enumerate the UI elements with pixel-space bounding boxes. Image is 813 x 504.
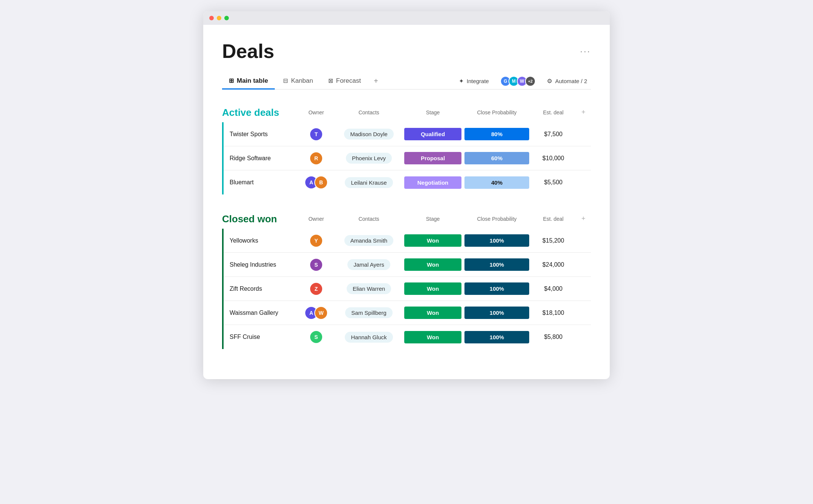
integration-avatars: G M W +2 [500, 76, 536, 87]
stage-badge: Won [404, 282, 461, 295]
deal-name: Zift Records [224, 281, 297, 297]
won-add-col-button[interactable]: + [576, 215, 591, 223]
contact-badge: Elian Warren [347, 283, 391, 294]
probability-cell: 100% [463, 234, 531, 247]
probability-badge: 80% [464, 128, 529, 140]
contact-cell: Phoenix Levy [335, 153, 403, 164]
tab-main-table-label: Main table [237, 77, 268, 85]
active-stage-col-header: Stage [403, 107, 463, 118]
integrate-icon: ✦ [459, 77, 464, 85]
avatar: T [309, 128, 323, 141]
contact-cell: Jamal Ayers [335, 259, 403, 270]
stage-cell: Qualified [403, 128, 463, 140]
probability-cell: 100% [463, 307, 531, 319]
tabs-left: ⊞ Main table ⊟ Kanban ⊠ Forecast + [222, 73, 455, 89]
contact-badge: Leilani Krause [345, 177, 393, 188]
deal-value: $5,800 [531, 329, 576, 345]
contact-badge: Amanda Smith [344, 235, 393, 246]
avatar: W [314, 306, 328, 320]
tab-forecast-label: Forecast [336, 77, 361, 85]
active-add-col-button[interactable]: + [576, 108, 591, 116]
automate-icon: ⚙ [547, 77, 552, 85]
contact-badge: Hannah Gluck [345, 332, 393, 343]
active-deals-title: Active deals [222, 103, 297, 121]
avatar: R [309, 152, 323, 165]
contact-cell: Hannah Gluck [335, 332, 403, 343]
kanban-icon: ⊟ [283, 77, 288, 84]
deal-name: Twister Sports [224, 126, 297, 142]
stage-badge: Proposal [404, 152, 461, 164]
contact-cell: Elian Warren [335, 283, 403, 294]
stage-badge: Won [404, 331, 461, 343]
won-deal-col-header: Est. deal [531, 214, 576, 224]
more-options-button[interactable]: ··· [580, 46, 591, 56]
probability-badge: 100% [464, 307, 529, 319]
contact-cell: Sam Spillberg [335, 307, 403, 318]
deal-name: Sheleg Industries [224, 257, 297, 273]
contact-badge: Sam Spillberg [345, 307, 392, 318]
won-contacts-col-header: Contacts [335, 214, 403, 224]
stage-badge: Qualified [404, 128, 461, 140]
probability-badge: 40% [464, 176, 529, 189]
avatar: S [309, 330, 323, 344]
tab-kanban[interactable]: ⊟ Kanban [276, 73, 320, 90]
won-stage-col-header: Stage [403, 214, 463, 224]
avatar: Y [309, 234, 323, 247]
probability-cell: 60% [463, 152, 531, 164]
contact-badge: Jamal Ayers [347, 259, 390, 270]
main-table-icon: ⊞ [229, 77, 234, 84]
active-deals-section: Active deals Owner Contacts Stage Close … [222, 103, 591, 194]
deal-name: SFF Cruise [224, 329, 297, 345]
contact-badge: Madison Doyle [344, 129, 393, 140]
active-deal-col-header: Est. deal [531, 107, 576, 118]
probability-cell: 100% [463, 331, 531, 343]
closed-won-header: Closed won Owner Contacts Stage Close Pr… [222, 209, 591, 228]
probability-cell: 80% [463, 128, 531, 140]
deal-value: $5,500 [531, 175, 576, 190]
avatar-group: A B [304, 176, 328, 189]
close-button[interactable] [209, 16, 214, 20]
contact-cell: Madison Doyle [335, 129, 403, 140]
more-integrations-icon: +2 [525, 76, 536, 87]
tab-main-table[interactable]: ⊞ Main table [222, 73, 275, 90]
integrate-button[interactable]: ✦ Integrate [455, 75, 493, 87]
deal-value: $24,000 [531, 257, 576, 273]
owner-cell: Y [297, 231, 335, 250]
deal-value: $4,000 [531, 281, 576, 297]
forecast-icon: ⊠ [328, 77, 333, 84]
avatar: Z [309, 282, 323, 296]
won-probability-col-header: Close Probability [463, 214, 531, 224]
probability-badge: 100% [464, 282, 529, 295]
table-row: Yelloworks Y Amanda Smith Won 100% $15,2… [224, 229, 591, 253]
probability-badge: 100% [464, 331, 529, 343]
stage-cell: Won [403, 331, 463, 343]
probability-cell: 40% [463, 176, 531, 189]
contact-badge: Phoenix Levy [346, 153, 392, 164]
add-tab-button[interactable]: + [369, 73, 383, 89]
stage-cell: Proposal [403, 152, 463, 164]
owner-cell: T [297, 124, 335, 144]
table-row: Twister Sports T Madison Doyle Qualified… [224, 122, 591, 146]
tabs-right: ✦ Integrate G M W +2 ⚙ Automate / 2 [455, 75, 591, 87]
integrate-label: Integrate [467, 78, 489, 84]
minimize-button[interactable] [217, 16, 221, 20]
probability-cell: 100% [463, 258, 531, 271]
automate-label: Automate / 2 [555, 78, 587, 84]
page-header: Deals ··· [222, 40, 591, 62]
probability-badge: 60% [464, 152, 529, 164]
avatar: B [314, 176, 328, 189]
active-probability-col-header: Close Probability [463, 107, 531, 118]
active-deals-table: Twister Sports T Madison Doyle Qualified… [222, 122, 591, 194]
maximize-button[interactable] [224, 16, 229, 20]
deal-name: Ridge Software [224, 150, 297, 166]
tab-forecast[interactable]: ⊠ Forecast [321, 73, 368, 90]
deal-value: $7,500 [531, 126, 576, 142]
stage-cell: Won [403, 282, 463, 295]
stage-badge: Won [404, 307, 461, 319]
owner-cell: S [297, 255, 335, 275]
automate-button[interactable]: ⚙ Automate / 2 [543, 75, 591, 87]
tab-kanban-label: Kanban [291, 77, 313, 85]
stage-cell: Won [403, 307, 463, 319]
deal-value: $15,200 [531, 233, 576, 249]
titlebar [203, 11, 610, 25]
